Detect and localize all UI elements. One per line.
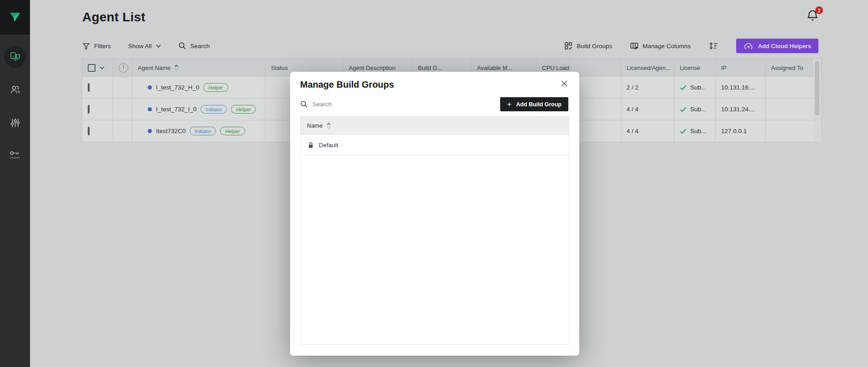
modal-search [300, 97, 421, 111]
build-groups-name-header[interactable]: Name [301, 117, 569, 135]
screen: Agent List 2 Filters Show All Search [0, 0, 868, 367]
build-groups-table: Name Default [300, 116, 569, 345]
search-icon [300, 100, 308, 108]
add-build-group-button[interactable]: + Add Build Group [500, 97, 568, 111]
plus-icon: + [507, 100, 512, 108]
lock-icon [308, 142, 314, 149]
add-build-group-label: Add Build Group [516, 101, 562, 108]
sort-arrows-icon[interactable] [326, 123, 331, 129]
close-icon [561, 80, 567, 87]
modal-close-button[interactable] [559, 79, 569, 89]
build-group-row-default[interactable]: Default [301, 135, 569, 155]
manage-build-groups-modal: Manage Build Groups + Add Build Group Na… [290, 72, 579, 356]
modal-search-input[interactable] [312, 101, 421, 108]
build-group-name: Default [319, 142, 338, 149]
modal-title: Manage Build Groups [300, 79, 394, 90]
